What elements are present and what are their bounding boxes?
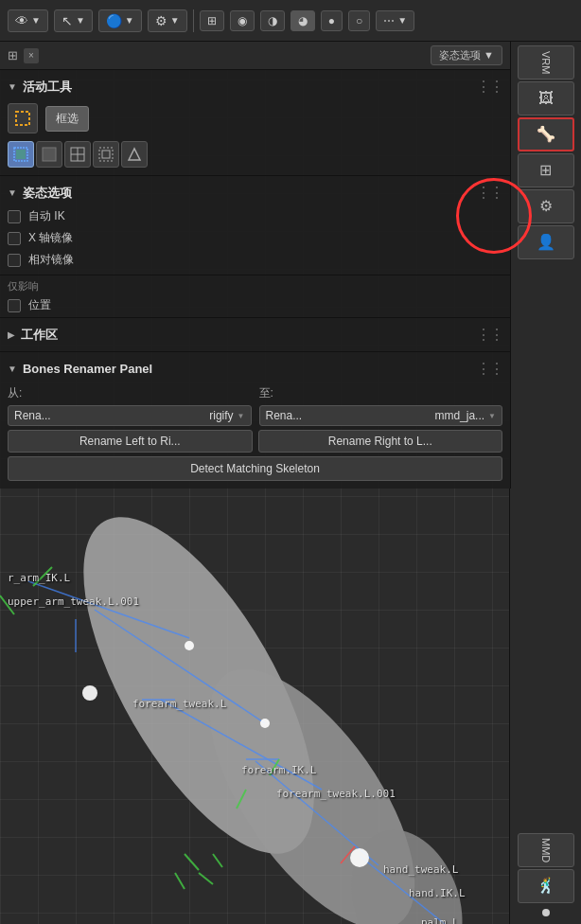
person-tab[interactable]: 👤 [518,225,574,259]
to-preset-dropdown[interactable]: Rena... mmd_ja... ▼ [259,405,503,426]
auto-ik-label: 自动 IK [28,208,65,224]
select-btn[interactable]: ↖▼ [54,9,93,32]
svg-line-23 [213,854,222,867]
shading2-btn[interactable]: ◕ [290,10,315,31]
panel-header: ⊞ × 姿态选项 ▼ [0,42,510,70]
tool-icon-3[interactable] [64,141,91,168]
vrm-tab[interactable]: VRM [518,45,574,80]
bone-label-forearm-tweak-001: forearm_tweak.L.001 [276,788,396,800]
active-tools-section: ▼ 活动工具 ⋮⋮ 框选 [0,70,510,176]
from-preset: rigify [209,409,233,422]
svg-rect-28 [43,148,56,161]
cursor-btn[interactable]: 🔵▼ [98,9,142,32]
bones-renamer-section: ▼ Bones Renamer Panel ⋮⋮ 从: 至: Rena... r… [0,352,510,489]
panel-menu-arrow: ▼ [484,49,494,61]
from-to-dropdowns: Rena... rigify ▼ Rena... mmd_ja... ▼ [8,405,502,426]
image-tab[interactable]: 🖼 [518,81,574,116]
renamer-title: Bones Renamer Panel [23,362,152,376]
panel-tab: ⊞ [8,48,18,62]
pose-options-dots: ⋮⋮ [476,184,502,202]
only-affect-label: 仅影响 [8,279,502,293]
shading1-btn[interactable]: ◑ [260,10,285,31]
action-tab[interactable]: ⚙ [518,189,574,223]
box-select-label: 框选 [56,111,79,127]
shading4-btn[interactable]: ○ [348,10,370,31]
svg-line-20 [175,873,185,889]
svg-line-22 [199,873,213,884]
select-box-icon[interactable] [8,103,38,133]
panel-menu-label: 姿态选项 [439,49,481,61]
x-mirror-row: X 轴镜像 [8,227,502,249]
bone-label-r-arm: r_arm_IK.L [8,572,70,584]
svg-point-12 [185,641,194,650]
right-panel: VRM 🖼 🦴 ⊞ ⚙ 👤 MMD 🕺 [509,42,581,924]
to-dropdown-arrow: ▼ [488,412,496,420]
active-tools-dots: ⋮⋮ [476,78,502,96]
top-toolbar: 👁▼ ↖▼ 🔵▼ ⚙▼ ⊞ ◉ ◑ ◕ ● ○ ⋯▼ [0,0,581,42]
bone-label-forearm-tweak: forearm_tweak.L [132,698,226,710]
active-tools-header[interactable]: ▼ 活动工具 ⋮⋮ [8,74,502,99]
pose-options-title: 姿态选项 [23,185,72,202]
workspace-arrow: ▶ [8,329,15,340]
svg-rect-27 [16,150,26,159]
bone-label-hand-tweak: hand_tweak.L [383,863,458,876]
svg-rect-32 [99,148,113,161]
sep1 [193,9,194,32]
relative-mirror-checkbox[interactable] [8,254,21,267]
menu-btn[interactable]: ⋯▼ [376,10,414,31]
bone-label-hand-ik: hand.IK.L [409,887,466,899]
from-to-labels-row: 从: 至: [8,382,502,405]
rename-left-btn[interactable]: Rename Left to Ri... [8,430,253,453]
pose-options-arrow: ▼ [8,187,17,198]
pose-tab-highlighted[interactable]: 🦴 [518,117,574,151]
tool-icon-2[interactable] [36,141,62,168]
relative-mirror-row: 相对镜像 [8,249,502,271]
overlay-btn[interactable]: ◉ [230,10,255,31]
bone-label-forearm-ik: forearm.IK.L [241,764,316,776]
pivot-btn[interactable]: ⚙▼ [148,9,187,32]
tool-icon-5[interactable] [121,141,148,168]
rename-right-btn[interactable]: Rename Right to L... [258,430,503,453]
pose-options-section: ▼ 姿态选项 ⋮⋮ 自动 IK X 轴镜像 相对镜像 [0,176,510,275]
auto-ik-checkbox[interactable] [8,210,21,223]
tool-row: 框选 [8,99,502,137]
mmd-icon-tab[interactable]: 🕺 [518,869,574,903]
position-label: 位置 [28,297,51,313]
renamer-arrow: ▼ [8,364,17,374]
workspace-dots: ⋮⋮ [476,326,502,344]
svg-point-11 [82,685,97,701]
from-preset-dropdown[interactable]: Rena... rigify ▼ [8,405,252,426]
pose-options-header[interactable]: ▼ 姿态选项 ⋮⋮ [8,180,502,205]
renamer-dots: ⋮⋮ [476,360,502,378]
svg-rect-33 [102,151,110,158]
x-mirror-label: X 轴镜像 [28,230,73,246]
panel-close-btn[interactable]: × [24,48,39,63]
panel-menu-btn[interactable]: 姿态选项 ▼ [431,45,502,65]
props-panel: ⊞ × 姿态选项 ▼ ▼ 活动工具 ⋮⋮ 框选 [0,42,511,489]
svg-marker-34 [129,149,140,160]
to-header: 至: [259,385,503,401]
snap-btn[interactable]: ⊞ [200,10,224,31]
relative-mirror-label: 相对镜像 [28,252,74,268]
from-label: 从: [8,386,22,400]
position-checkbox[interactable] [8,299,21,312]
from-value: Rena... [14,409,51,422]
node-tab[interactable]: ⊞ [518,153,574,187]
mmd-tab[interactable]: MMD [518,833,574,867]
shading3-btn[interactable]: ● [321,10,343,31]
rename-buttons-row: Rename Left to Ri... Rename Right to L..… [8,430,502,453]
active-tools-title: 活动工具 [23,79,72,96]
detect-skeleton-btn[interactable]: Detect Matching Skeleton [8,456,502,481]
view-btn[interactable]: 👁▼ [8,9,48,32]
renamer-header[interactable]: ▼ Bones Renamer Panel ⋮⋮ [8,356,502,382]
box-select-btn[interactable]: 框选 [45,106,89,132]
tool-icon-1[interactable] [8,141,34,168]
tool-icon-4[interactable] [93,141,119,168]
bone-label-palm: palm.L [421,916,459,924]
tool-strip [8,137,502,171]
auto-ik-row: 自动 IK [8,205,502,227]
workspace-header[interactable]: ▶ 工作区 ⋮⋮ [8,322,502,347]
workspace-section: ▶ 工作区 ⋮⋮ [0,318,510,352]
x-mirror-checkbox[interactable] [8,232,21,245]
svg-point-13 [260,719,270,728]
